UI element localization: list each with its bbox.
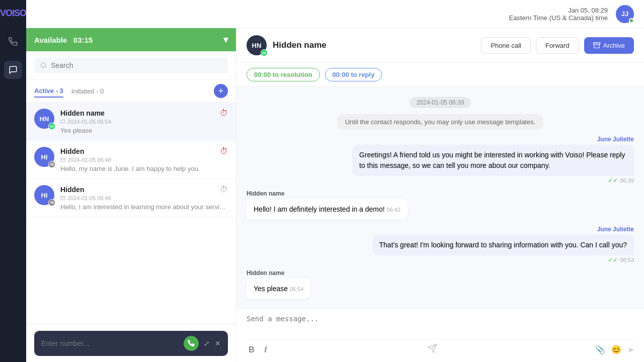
messages-area: 2024-01-05 06:39 Until the contact respo… [236,87,644,308]
msg-sender-1: June Juliette [597,136,634,143]
system-message: Until the contact responds, you may only… [337,114,544,130]
dial-box: ⤢ ✕ [34,331,228,356]
conv-avatar-3: HI ✉ [34,185,54,205]
conversation-item-3[interactable]: HI ✉ Hidden ⏱ 2024-01-05 06:46 Hello, I … [26,179,236,217]
msg-bubble-2: Hello! I am definitely interested in a d… [247,199,408,220]
conv-avatar-2: HI ✉ [34,147,54,167]
dial-expand-button[interactable]: ⤢ [204,339,210,347]
tab-initiated[interactable]: Initiated - 0 [71,85,104,97]
msg-bubble-1: Greetings! A friend told us you might be… [352,145,634,176]
conv-clock-2: ⏱ [220,147,228,156]
send-icon[interactable]: ➤ [627,345,634,354]
user-avatar[interactable]: JJ [616,5,634,23]
dial-close-button[interactable]: ✕ [215,339,221,347]
main-content: Jan 05, 08:29 Eastern Time (US & Canada)… [26,0,644,362]
logo: VOISO [0,8,26,19]
bold-button[interactable]: B [247,344,257,355]
message-input[interactable] [247,315,634,333]
sidebar-nav: VOISO [0,0,26,362]
msg-time-2: 06:42 [387,207,401,213]
forward-button[interactable]: Forward [536,37,579,54]
chat-area: HN W Hidden name Phone call Forward Arch… [236,28,644,362]
conv-date-2: 2024-01-05 06:48 [60,157,228,163]
status-label: Available 03:15 [34,36,93,44]
sms-icon-2: ✉ [48,161,55,168]
nav-phone-icon[interactable] [4,33,22,51]
toolbar-extras: 📎 😊 ➤ [595,345,634,354]
msg-sender-2: Hidden name [247,190,284,197]
double-check-icon-1: ✓✓ [608,177,618,184]
msg-time-1: 06:39 [620,177,634,184]
conv-preview-3: Hello, I am interested in learning more … [60,203,228,211]
double-check-icon-3: ✓✓ [608,256,618,263]
message-1: June Juliette Greetings! A friend told u… [352,136,634,184]
send-message-button[interactable] [427,343,437,356]
message-3: June Juliette That's great! I'm looking … [372,226,634,263]
status-chevron-icon: ▾ [223,34,228,45]
conv-body-2: Hidden ⏱ 2024-01-05 06:48 Hello, my name… [60,147,228,172]
chat-contact-avatar: HN W [247,35,267,55]
dial-footer: ⤢ ✕ [26,324,236,362]
conv-date-3: 2024-01-05 06:46 [60,195,228,201]
conv-name-2: Hidden [60,147,84,155]
message-2: Hidden name Hello! I am definitely inter… [247,190,408,220]
dial-input[interactable] [41,339,179,347]
conversation-item-1[interactable]: HN W Hidden name ⏱ 2024-01-05 06:54 Yes … [26,103,236,141]
conv-clock-1: ⏱ [220,109,228,118]
chat-contact-name: Hidden name [273,40,327,50]
dial-call-button[interactable] [184,336,199,351]
attachment-icon[interactable]: 📎 [595,345,605,354]
msg-time-4: 06:54 [290,286,304,292]
timer-reply: 00:00 to reply [325,68,382,81]
svg-point-0 [41,63,46,67]
message-4: Hidden name Yes please 06:54 [247,269,310,299]
conv-date-1: 2024-01-05 06:54 [60,119,228,125]
msg-sender-4: Hidden name [247,269,284,277]
search-icon [40,62,47,69]
chat-whatsapp-badge: W [261,49,268,56]
chat-header: HN W Hidden name Phone call Forward Arch… [236,28,644,63]
archive-icon [593,42,600,49]
top-header: Jan 05, 08:29 Eastern Time (US & Canada)… [26,0,644,28]
content-split: Available 03:15 ▾ Active - 3 Initiated -… [26,28,644,362]
search-input-wrap [34,57,228,73]
message-input-area: B I 📎 😊 ➤ [236,308,644,362]
msg-sender-3: June Juliette [597,226,634,233]
message-toolbar: B I 📎 😊 ➤ [247,339,634,356]
italic-button[interactable]: I [263,344,269,355]
tab-active[interactable]: Active - 3 [34,85,63,98]
conversations-panel: Available 03:15 ▾ Active - 3 Initiated -… [26,28,236,362]
add-conversation-button[interactable]: + [214,84,228,98]
conv-body-1: Hidden name ⏱ 2024-01-05 06:54 Yes pleas… [60,109,228,134]
msg-meta-1: ✓✓ 06:39 [608,177,634,184]
msg-bubble-3: That's great! I'm looking forward to sha… [372,235,634,255]
conv-name-3: Hidden [60,186,84,194]
header-date: Jan 05, 08:29 [509,7,608,14]
search-box [26,51,236,80]
conversation-list: HN W Hidden name ⏱ 2024-01-05 06:54 Yes … [26,103,236,324]
conv-body-3: Hidden ⏱ 2024-01-05 06:46 Hello, I am in… [60,185,228,211]
search-input[interactable] [51,61,222,69]
sms-icon-3: ✉ [48,199,55,206]
msg-time-3: 06:53 [620,257,634,263]
conv-preview-1: Yes please [60,127,228,134]
status-bar[interactable]: Available 03:15 ▾ [26,28,236,51]
nav-chat-icon[interactable] [4,61,22,79]
archive-button[interactable]: Archive [584,37,634,54]
avatar-status-dot [629,18,634,23]
conv-preview-2: Hello, my name is June. I am happy to he… [60,165,228,172]
timer-resolution: 00:00 to resolution [247,68,320,81]
chat-actions: Phone call Forward Archive [481,37,634,54]
emoji-icon[interactable]: 😊 [611,345,621,354]
tabs-row: Active - 3 Initiated - 0 + [26,80,236,103]
conversation-item-2[interactable]: HI ✉ Hidden ⏱ 2024-01-05 06:48 Hello, my… [26,141,236,179]
phone-call-button[interactable]: Phone call [481,37,531,54]
conv-clock-3: ⏱ [220,185,228,194]
header-timezone: Eastern Time (US & Canada) time [509,14,608,22]
svg-rect-4 [593,43,600,44]
date-divider: 2024-01-05 06:39 [410,97,471,108]
conv-avatar-1: HN W [34,109,54,129]
conv-name-1: Hidden name [60,109,105,117]
svg-line-1 [45,67,46,68]
timer-badges: 00:00 to resolution 00:00 to reply [236,63,644,87]
